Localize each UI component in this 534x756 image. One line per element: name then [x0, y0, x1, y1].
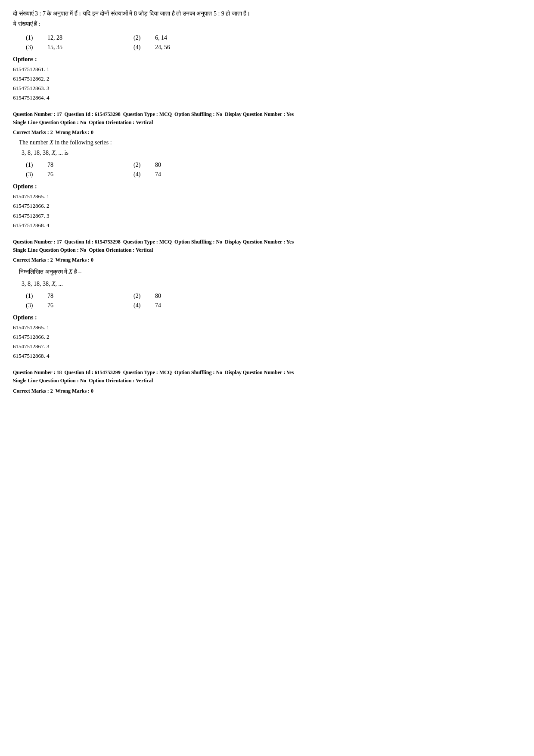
meta-q18: Question Number : 18 Question Id : 61547… — [13, 369, 521, 385]
marks-q17a: Correct Marks : 2 Wrong Marks : 0 — [13, 129, 521, 136]
meta-q17b: Question Number : 17 Question Id : 61547… — [13, 238, 521, 254]
question-17-en-text: The number X in the following series : — [13, 139, 521, 146]
option-4: (4) 24, 56 — [134, 44, 241, 51]
option-num-3: (3) — [26, 44, 39, 51]
option-3: (3) 15, 35 — [26, 44, 134, 51]
option-val-3: 15, 35 — [47, 44, 62, 51]
question-17-hi-text: निम्नलिखित अनुक्रम में X है – — [13, 267, 521, 277]
q17b-option-num-4: (4) — [134, 302, 146, 309]
options-grid-q17a: (1) 78 (2) 80 (3) 76 (4) 74 — [26, 162, 241, 178]
q17b-option-val-4: 74 — [155, 302, 161, 309]
q17b-option-1: (1) 78 — [26, 293, 134, 300]
q17a-option-num-1: (1) — [26, 162, 39, 169]
option-ids-q17a: 61547512865. 1 61547512866. 2 6154751286… — [13, 192, 521, 230]
option-ids-top: 61547512861. 1 61547512862. 2 6154751286… — [13, 65, 521, 103]
q17a-option-4: (4) 74 — [134, 171, 241, 178]
options-label-top: Options : — [13, 56, 521, 63]
q17a-option-val-4: 74 — [155, 171, 161, 178]
options-label-q17a: Options : — [13, 183, 521, 190]
options-grid-q17b: (1) 78 (2) 80 (3) 76 (4) 74 — [26, 293, 241, 309]
q17b-option-2: (2) 80 — [134, 293, 241, 300]
option-num-2: (2) — [134, 34, 146, 41]
series-17-en: 3, 8, 18, 38, X, ... is — [22, 150, 521, 156]
q17a-option-val-1: 78 — [47, 162, 53, 169]
series-17-hi: 3, 8, 18, 38, X, ... — [22, 281, 521, 287]
q17a-option-val-3: 76 — [47, 171, 53, 178]
option-val-4: 24, 56 — [155, 44, 170, 51]
option-val-2: 6, 14 — [155, 34, 167, 41]
question-17-en-section: Question Number : 17 Question Id : 61547… — [13, 110, 521, 230]
q17a-option-3: (3) 76 — [26, 171, 134, 178]
q17a-option-1: (1) 78 — [26, 162, 134, 169]
q17b-option-num-1: (1) — [26, 293, 39, 300]
option-2: (2) 6, 14 — [134, 34, 241, 41]
option-val-1: 12, 28 — [47, 34, 62, 41]
top-section: दो संख्याएं 3 : 7 के अनुपात में हैं। यदि… — [13, 9, 521, 103]
option-1: (1) 12, 28 — [26, 34, 134, 41]
q17a-option-2: (2) 80 — [134, 162, 241, 169]
option-num-4: (4) — [134, 44, 146, 51]
q17a-option-num-2: (2) — [134, 162, 146, 169]
q17b-option-val-2: 80 — [155, 293, 161, 300]
q17b-option-4: (4) 74 — [134, 302, 241, 309]
q17a-option-val-2: 80 — [155, 162, 161, 169]
option-ids-q17b: 61547512865. 1 61547512866. 2 6154751286… — [13, 323, 521, 361]
question-18-section: Question Number : 18 Question Id : 61547… — [13, 369, 521, 394]
hindi-intro-text: दो संख्याएं 3 : 7 के अनुपात में हैं। यदि… — [13, 9, 521, 29]
q17b-option-3: (3) 76 — [26, 302, 134, 309]
marks-q17b: Correct Marks : 2 Wrong Marks : 0 — [13, 257, 521, 263]
marks-q18: Correct Marks : 2 Wrong Marks : 0 — [13, 388, 521, 394]
q17b-option-num-3: (3) — [26, 302, 39, 309]
q17a-option-num-3: (3) — [26, 171, 39, 178]
q17b-option-val-1: 78 — [47, 293, 53, 300]
options-grid-top: (1) 12, 28 (2) 6, 14 (3) 15, 35 (4) 24, … — [26, 34, 241, 51]
meta-q17a: Question Number : 17 Question Id : 61547… — [13, 110, 521, 127]
option-num-1: (1) — [26, 34, 39, 41]
question-17-hi-section: Question Number : 17 Question Id : 61547… — [13, 238, 521, 361]
q17a-option-num-4: (4) — [134, 171, 146, 178]
q17b-option-num-2: (2) — [134, 293, 146, 300]
q17b-option-val-3: 76 — [47, 302, 53, 309]
options-label-q17b: Options : — [13, 314, 521, 321]
